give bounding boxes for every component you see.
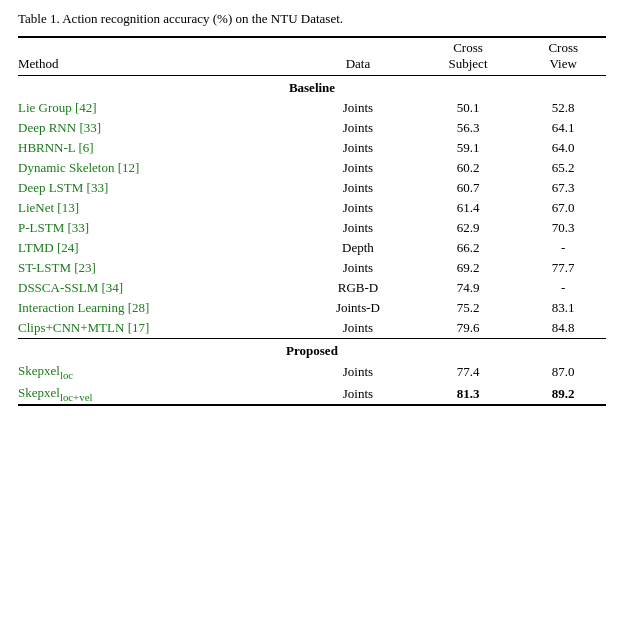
table-cell-cross-subject: 81.3 bbox=[416, 383, 521, 406]
table-cell-data: Joints-D bbox=[300, 298, 415, 318]
table-cell-data: Joints bbox=[300, 118, 415, 138]
table-cell-cross-subject: 50.1 bbox=[416, 98, 521, 118]
table-cell-cross-view: 84.8 bbox=[520, 318, 606, 339]
table-cell-data: Joints bbox=[300, 361, 415, 383]
table-cell-method: Skepxelloc bbox=[18, 361, 300, 383]
table-cell-method: DSSCA-SSLM [34] bbox=[18, 278, 300, 298]
table-cell-cross-subject: 62.9 bbox=[416, 218, 521, 238]
col-header-method: Method bbox=[18, 37, 300, 76]
table-cell-cross-subject: 59.1 bbox=[416, 138, 521, 158]
table-cell-method: ST-LSTM [23] bbox=[18, 258, 300, 278]
table-cell-cross-subject: 56.3 bbox=[416, 118, 521, 138]
table-cell-cross-view: 65.2 bbox=[520, 158, 606, 178]
table-cell-data: Joints bbox=[300, 258, 415, 278]
table-cell-cross-subject: 74.9 bbox=[416, 278, 521, 298]
col-header-data: Data bbox=[300, 37, 415, 76]
table-cell-data: Joints bbox=[300, 383, 415, 406]
section-header-label: Baseline bbox=[18, 76, 606, 99]
table-caption: Table 1. Action recognition accuracy (%)… bbox=[18, 10, 606, 28]
table-cell-data: RGB-D bbox=[300, 278, 415, 298]
table-cell-cross-subject: 77.4 bbox=[416, 361, 521, 383]
table-cell-cross-view: - bbox=[520, 278, 606, 298]
table-cell-cross-subject: 60.7 bbox=[416, 178, 521, 198]
table-cell-cross-view: 67.0 bbox=[520, 198, 606, 218]
table-cell-data: Joints bbox=[300, 198, 415, 218]
table-cell-method: Dynamic Skeleton [12] bbox=[18, 158, 300, 178]
table-cell-method: Lie Group [42] bbox=[18, 98, 300, 118]
table-cell-method: Deep RNN [33] bbox=[18, 118, 300, 138]
table-cell-method: Skepxelloc+vel bbox=[18, 383, 300, 406]
table-cell-cross-subject: 61.4 bbox=[416, 198, 521, 218]
table-cell-cross-subject: 79.6 bbox=[416, 318, 521, 339]
table-cell-cross-view: - bbox=[520, 238, 606, 258]
table-cell-method: Deep LSTM [33] bbox=[18, 178, 300, 198]
table-cell-cross-view: 67.3 bbox=[520, 178, 606, 198]
table-cell-cross-view: 64.0 bbox=[520, 138, 606, 158]
table-cell-cross-view: 87.0 bbox=[520, 361, 606, 383]
table-cell-cross-view: 52.8 bbox=[520, 98, 606, 118]
table-cell-cross-subject: 60.2 bbox=[416, 158, 521, 178]
table-cell-method: HBRNN-L [6] bbox=[18, 138, 300, 158]
section-header-label: Proposed bbox=[18, 339, 606, 362]
table-cell-data: Joints bbox=[300, 138, 415, 158]
table-cell-cross-view: 89.2 bbox=[520, 383, 606, 406]
table-cell-method: LTMD [24] bbox=[18, 238, 300, 258]
table-cell-cross-subject: 66.2 bbox=[416, 238, 521, 258]
table-cell-data: Depth bbox=[300, 238, 415, 258]
table-cell-data: Joints bbox=[300, 158, 415, 178]
table-cell-data: Joints bbox=[300, 178, 415, 198]
table-cell-method: Clips+CNN+MTLN [17] bbox=[18, 318, 300, 339]
table-cell-data: Joints bbox=[300, 218, 415, 238]
table-cell-method: LieNet [13] bbox=[18, 198, 300, 218]
table-cell-data: Joints bbox=[300, 98, 415, 118]
table-cell-cross-view: 64.1 bbox=[520, 118, 606, 138]
table-cell-cross-subject: 75.2 bbox=[416, 298, 521, 318]
table-cell-cross-view: 83.1 bbox=[520, 298, 606, 318]
table-cell-cross-view: 77.7 bbox=[520, 258, 606, 278]
table-cell-cross-view: 70.3 bbox=[520, 218, 606, 238]
table-cell-method: Interaction Learning [28] bbox=[18, 298, 300, 318]
table-cell-cross-subject: 69.2 bbox=[416, 258, 521, 278]
table-cell-data: Joints bbox=[300, 318, 415, 339]
col-header-cross-subject: Cross Subject bbox=[416, 37, 521, 76]
table-cell-method: P-LSTM [33] bbox=[18, 218, 300, 238]
col-header-cross-view: Cross View bbox=[520, 37, 606, 76]
